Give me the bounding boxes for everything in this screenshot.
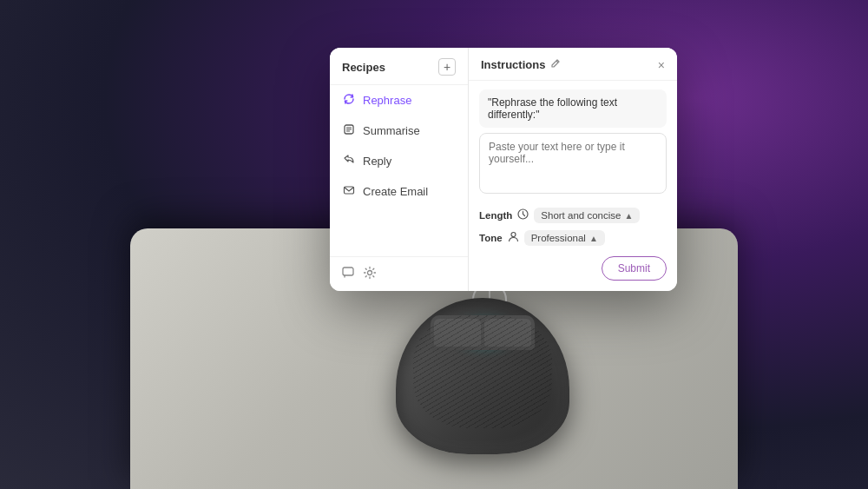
- create-email-label: Create Email: [363, 185, 428, 198]
- svg-rect-5: [343, 268, 353, 275]
- close-button[interactable]: ×: [658, 59, 665, 71]
- reply-icon: [342, 154, 356, 169]
- submit-button[interactable]: Submit: [602, 256, 667, 281]
- rephrase-label: Rephrase: [363, 94, 411, 107]
- text-input[interactable]: [479, 133, 667, 194]
- recipes-header: Recipes +: [330, 48, 468, 85]
- recipe-item-rephrase[interactable]: Rephrase: [330, 85, 468, 116]
- recipe-item-summarise[interactable]: Summarise: [330, 116, 468, 146]
- tone-value-button[interactable]: Professional ▲: [524, 230, 605, 246]
- mouse-container: [361, 263, 604, 454]
- recipes-title: Recipes: [342, 61, 385, 74]
- prompt-text: "Rephrase the following text differently…: [488, 96, 617, 121]
- instructions-header: Instructions ×: [469, 48, 677, 81]
- summarise-label: Summarise: [363, 124, 420, 137]
- instructions-title-row: Instructions: [481, 58, 561, 71]
- gear-icon[interactable]: [363, 266, 377, 282]
- recipes-list: Rephrase Summarise: [330, 85, 468, 207]
- prompt-box: "Rephrase the following text differently…: [479, 89, 667, 128]
- tone-chevron-icon: ▲: [589, 234, 598, 243]
- recipe-item-reply[interactable]: Reply: [330, 146, 468, 176]
- tone-option-row: Tone Professional ▲: [469, 227, 677, 249]
- rephrase-icon: [342, 93, 356, 108]
- recipe-item-create-email[interactable]: Create Email: [330, 176, 468, 207]
- recipes-panel: Recipes + Rephrase: [330, 48, 469, 291]
- submit-row: Submit: [469, 249, 677, 291]
- length-icon: [517, 208, 529, 222]
- recipes-footer: [330, 256, 468, 291]
- svg-point-9: [511, 233, 516, 237]
- edit-icon[interactable]: [550, 58, 561, 71]
- instructions-panel: Instructions × "Rephrase the following t…: [469, 48, 677, 291]
- mouse-body: [396, 298, 569, 454]
- add-recipe-button[interactable]: +: [438, 58, 456, 76]
- tone-value-text: Professional: [531, 233, 586, 243]
- length-value-button[interactable]: Short and concise ▲: [534, 208, 640, 223]
- text-area-wrapper: [479, 133, 667, 197]
- length-option-row: Length Short and concise ▲: [469, 204, 677, 227]
- summarise-icon: [342, 123, 356, 138]
- length-chevron-icon: ▲: [624, 211, 633, 221]
- mouse-ridge: [413, 315, 552, 428]
- svg-point-6: [368, 271, 372, 275]
- popup-window: Recipes + Rephrase: [330, 48, 677, 291]
- create-email-icon: [342, 184, 356, 199]
- tone-icon: [508, 231, 519, 245]
- length-value-text: Short and concise: [541, 210, 621, 221]
- reply-label: Reply: [363, 155, 391, 168]
- instructions-title-text: Instructions: [481, 58, 545, 71]
- chat-icon[interactable]: [342, 266, 356, 282]
- length-label: Length: [479, 210, 512, 221]
- tone-label: Tone: [479, 233, 503, 243]
